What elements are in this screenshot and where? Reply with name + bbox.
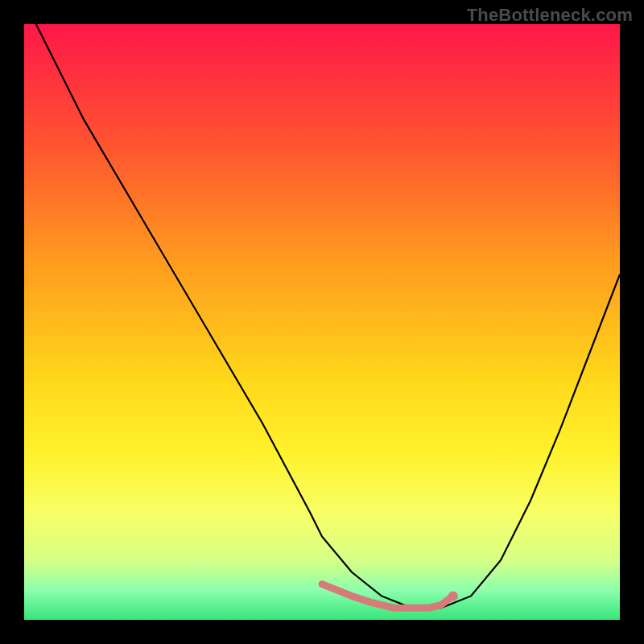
gradient-background [24, 24, 620, 620]
watermark-label: TheBottleneck.com [467, 5, 633, 26]
bottleneck-chart [0, 0, 644, 644]
ideal-band-end-dot [448, 591, 458, 601]
chart-stage: TheBottleneck.com [0, 0, 644, 644]
